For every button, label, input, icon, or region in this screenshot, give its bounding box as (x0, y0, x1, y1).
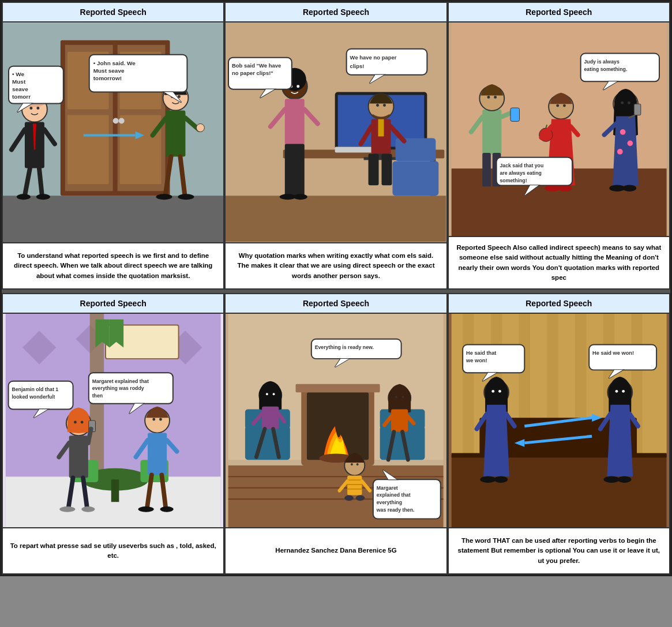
svg-rect-75 (378, 119, 384, 137)
svg-text:was ready then.: was ready then. (376, 507, 415, 513)
svg-point-194 (273, 393, 275, 395)
svg-point-166 (160, 506, 173, 512)
svg-text:He said we won!: He said we won! (592, 350, 634, 356)
svg-text:Everything is ready new.: Everything is ready new. (315, 344, 374, 350)
svg-point-10 (119, 118, 125, 124)
svg-point-121 (622, 185, 636, 192)
cell-6-caption: The word THAT can be used after reportin… (449, 527, 669, 573)
svg-point-114 (620, 129, 625, 135)
svg-point-95 (487, 96, 490, 99)
svg-rect-240 (451, 454, 666, 527)
svg-point-210 (356, 463, 359, 465)
svg-text:We have no paper: We have no paper (350, 54, 397, 61)
svg-text:Jack said that you: Jack said that you (500, 163, 543, 168)
main-grid: Reported Speech (0, 0, 672, 576)
svg-point-70 (294, 194, 307, 200)
svg-text:looked wonderful!: looked wonderful! (12, 394, 55, 400)
svg-line-151 (88, 429, 91, 443)
svg-point-158 (152, 418, 155, 421)
cell-4-header: Reported Speech (3, 294, 223, 314)
svg-point-202 (402, 396, 404, 398)
svg-point-115 (627, 140, 633, 146)
svg-point-116 (617, 149, 623, 155)
svg-rect-143 (111, 479, 119, 502)
svg-text:• We: • We (12, 71, 24, 77)
svg-rect-149 (69, 435, 88, 478)
svg-rect-58 (393, 161, 439, 196)
cell-2: Reported Speech (224, 2, 447, 290)
svg-text:Benjamin old that 1: Benjamin old that 1 (12, 386, 58, 392)
svg-rect-1 (3, 196, 223, 242)
svg-point-249 (494, 476, 507, 483)
svg-point-104 (563, 104, 566, 107)
svg-point-209 (351, 463, 353, 465)
cell-5-caption: Hernandez Sanchez Dana Berenice 5G (226, 527, 446, 573)
svg-text:tomorr: tomorr (12, 93, 31, 100)
svg-rect-99 (510, 108, 520, 121)
svg-point-251 (615, 390, 618, 393)
svg-point-155 (59, 506, 75, 512)
svg-text:we won!: we won! (465, 358, 487, 363)
svg-rect-5 (67, 115, 109, 185)
svg-text:Must: Must (12, 78, 26, 85)
svg-point-35 (178, 194, 194, 200)
cell-3-caption: Reported Speech Also called indirect spe… (449, 236, 669, 288)
svg-point-252 (622, 390, 625, 393)
cell-2-caption: Why quotation marks when writing exactly… (226, 242, 446, 288)
svg-point-201 (395, 396, 397, 398)
svg-text:everything: everything (377, 500, 402, 505)
svg-text:are always eating: are always eating (500, 170, 541, 176)
svg-point-218 (356, 495, 365, 501)
svg-text:• John said.   We: • John said. We (93, 60, 136, 66)
svg-text:Margaret: Margaret (377, 485, 398, 491)
svg-point-193 (266, 393, 268, 395)
svg-rect-203 (391, 410, 408, 432)
cell-5-scene: Everything is ready new. Margaret explai… (226, 314, 446, 527)
svg-text:clips!: clips! (350, 63, 365, 69)
svg-text:everything was roddy: everything was roddy (92, 385, 144, 391)
svg-point-96 (494, 96, 497, 99)
svg-text:no paper clips!": no paper clips!" (232, 70, 273, 76)
svg-line-22 (39, 168, 42, 196)
svg-rect-8 (120, 115, 162, 185)
cell-3-scene: Judy is always eating something. Jack sa… (449, 22, 669, 236)
cell-5-header: Reported Speech (226, 294, 446, 314)
cell-1-caption: To understand what reported speech is we… (3, 242, 223, 288)
svg-rect-100 (482, 153, 491, 186)
svg-point-69 (280, 194, 296, 200)
svg-text:He said that: He said that (466, 350, 496, 356)
svg-point-64 (297, 85, 300, 88)
svg-rect-65 (285, 99, 305, 151)
cell-6-scene: He said that we won! He said we won! (449, 314, 669, 527)
cell-4-caption: To repart what presse sad se utily useve… (3, 527, 223, 573)
svg-point-23 (17, 194, 31, 200)
svg-rect-66 (285, 144, 305, 196)
svg-text:tomorrow!: tomorrow! (93, 75, 122, 81)
svg-rect-160 (148, 433, 167, 475)
svg-point-16 (36, 107, 39, 110)
svg-rect-78 (369, 153, 379, 185)
svg-rect-85 (347, 49, 427, 75)
svg-point-156 (81, 506, 95, 512)
cell-3-header: Reported Speech (449, 3, 669, 22)
svg-point-31 (196, 124, 204, 132)
svg-rect-93 (482, 110, 501, 155)
svg-point-72 (376, 104, 379, 107)
cell-1-scene: • We Must seave tomorr • John said. We M… (3, 22, 223, 242)
svg-point-245 (498, 390, 501, 393)
svg-text:something!: something! (500, 178, 527, 183)
svg-point-73 (383, 104, 386, 107)
svg-point-244 (491, 390, 494, 393)
svg-rect-195 (262, 407, 279, 429)
svg-point-103 (556, 104, 559, 107)
svg-point-113 (628, 102, 630, 104)
cell-2-header: Reported Speech (226, 3, 446, 22)
svg-text:then: then (92, 393, 103, 399)
svg-rect-187 (296, 384, 380, 393)
svg-text:Judy is always: Judy is always (584, 59, 619, 65)
cell-3: Reported Speech (448, 2, 670, 290)
cell-6-header: Reported Speech (449, 294, 669, 314)
svg-rect-50 (226, 196, 446, 242)
svg-rect-28 (166, 111, 186, 157)
cell-5: Reported Speech (224, 293, 447, 575)
